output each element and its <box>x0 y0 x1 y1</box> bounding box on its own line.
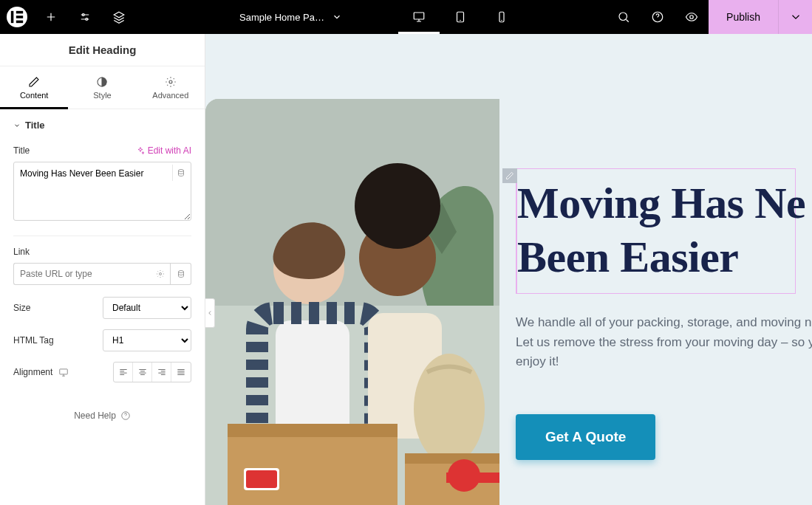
align-justify-icon <box>176 367 186 377</box>
svg-point-17 <box>178 271 183 273</box>
topbar-left <box>0 0 136 34</box>
edit-with-ai-label: Edit with AI <box>148 145 191 156</box>
svg-rect-2 <box>16 16 23 18</box>
chevron-down-icon <box>789 10 802 24</box>
chevron-down-icon <box>332 12 342 22</box>
link-options-button[interactable] <box>150 263 171 285</box>
desktop-icon <box>58 367 69 377</box>
topbar: Sample Home Pa… Publis <box>0 0 812 34</box>
panel-tabs: Content Style Advanced <box>0 66 205 109</box>
topbar-center: Sample Home Pa… <box>136 0 607 34</box>
search-icon <box>617 10 630 24</box>
size-select[interactable]: Default <box>103 297 191 319</box>
svg-rect-0 <box>11 11 13 23</box>
topbar-right: Publish <box>607 0 812 34</box>
svg-point-28 <box>414 354 485 464</box>
svg-point-10 <box>619 13 627 21</box>
svg-point-12 <box>690 16 694 19</box>
html-tag-label: HTML Tag <box>13 335 54 346</box>
align-justify-button[interactable] <box>171 363 191 382</box>
divider <box>13 236 191 236</box>
collapse-sidebar-handle[interactable] <box>205 298 215 328</box>
help-icon <box>120 410 131 421</box>
widget-edit-handle[interactable] <box>502 168 517 183</box>
panel-title: Edit Heading <box>0 34 205 66</box>
hero-heading-line1: Moving Has Ne <box>517 176 795 230</box>
page-title-dropdown[interactable]: Sample Home Pa… <box>239 12 342 23</box>
add-element-button[interactable] <box>34 0 68 34</box>
svg-rect-18 <box>60 369 68 374</box>
link-label: Link <box>13 247 191 257</box>
layers-icon <box>112 10 126 24</box>
heading-widget-selected[interactable]: Moving Has Ne Been Easier <box>516 168 796 294</box>
mobile-icon <box>495 10 508 24</box>
sparkle-icon <box>136 146 145 155</box>
responsive-toggle[interactable] <box>58 367 69 377</box>
alignment-label: Alignment <box>13 367 52 377</box>
editor-sidebar: Edit Heading Content Style Advanced Titl… <box>0 34 205 505</box>
align-left-button[interactable] <box>114 363 133 382</box>
svg-point-14 <box>169 80 172 83</box>
section-title-label: Title <box>25 120 45 131</box>
hero-para-line2: Let us remove the stress from your movin… <box>516 333 796 352</box>
svg-rect-34 <box>405 453 499 464</box>
pencil-icon <box>28 76 40 88</box>
finder-button[interactable] <box>607 0 641 34</box>
align-right-icon <box>157 367 167 377</box>
tablet-icon <box>454 10 467 24</box>
help-button[interactable] <box>641 0 675 34</box>
align-right-button[interactable] <box>152 363 171 382</box>
tab-advanced-label: Advanced <box>152 91 188 100</box>
svg-rect-1 <box>16 11 23 13</box>
chevron-left-icon <box>206 309 214 317</box>
svg-point-16 <box>159 273 161 275</box>
preview-button[interactable] <box>675 0 709 34</box>
device-mobile-button[interactable] <box>481 0 522 34</box>
edit-with-ai-link[interactable]: Edit with AI <box>136 145 191 156</box>
svg-rect-36 <box>446 473 499 483</box>
site-settings-button[interactable] <box>68 0 102 34</box>
alignment-choices <box>113 362 191 382</box>
database-icon <box>177 168 185 177</box>
hero-image-svg <box>205 99 499 505</box>
hero-para-line3: enjoy it! <box>516 352 796 371</box>
publish-options-button[interactable] <box>778 0 812 34</box>
hero-paragraph[interactable]: We handle all of your packing, storage, … <box>516 313 796 371</box>
align-center-button[interactable] <box>133 363 152 382</box>
title-textarea[interactable] <box>13 162 191 221</box>
svg-rect-30 <box>228 424 398 437</box>
tab-content[interactable]: Content <box>0 66 68 109</box>
tab-advanced[interactable]: Advanced <box>137 66 205 109</box>
tab-style[interactable]: Style <box>68 66 136 109</box>
link-input[interactable] <box>13 263 150 285</box>
device-desktop-button[interactable] <box>398 0 440 34</box>
desktop-icon <box>412 10 426 24</box>
control-html-tag: HTML Tag H1 <box>13 329 191 351</box>
dynamic-tags-button[interactable] <box>172 165 188 181</box>
gear-icon <box>156 269 165 278</box>
page-title: Sample Home Pa… <box>239 12 324 23</box>
page-settings-button[interactable] <box>347 0 376 34</box>
sliders-icon <box>78 10 92 24</box>
gear-icon <box>165 76 177 88</box>
plus-icon <box>44 10 58 24</box>
elementor-icon <box>7 7 27 27</box>
align-left-icon <box>118 367 129 377</box>
html-tag-select[interactable]: H1 <box>103 329 191 351</box>
svg-rect-7 <box>414 13 424 19</box>
need-help-link[interactable]: Need Help <box>13 393 191 439</box>
elementor-logo[interactable] <box>0 0 34 34</box>
cta-button[interactable]: Get A Quote <box>516 414 655 460</box>
panel-body: Title Title Edit with AI Link <box>0 109 205 505</box>
link-dynamic-button[interactable] <box>171 263 191 285</box>
hero-para-line1: We handle all of your packing, storage, … <box>516 313 796 332</box>
align-center-icon <box>137 367 148 377</box>
structure-button[interactable] <box>102 0 136 34</box>
device-tablet-button[interactable] <box>440 0 481 34</box>
control-alignment: Alignment <box>13 362 191 382</box>
publish-button[interactable]: Publish <box>709 0 778 34</box>
tab-style-label: Style <box>93 91 111 100</box>
section-title-toggle[interactable]: Title <box>13 120 191 131</box>
responsive-devices <box>398 0 522 34</box>
database-icon <box>177 269 185 278</box>
